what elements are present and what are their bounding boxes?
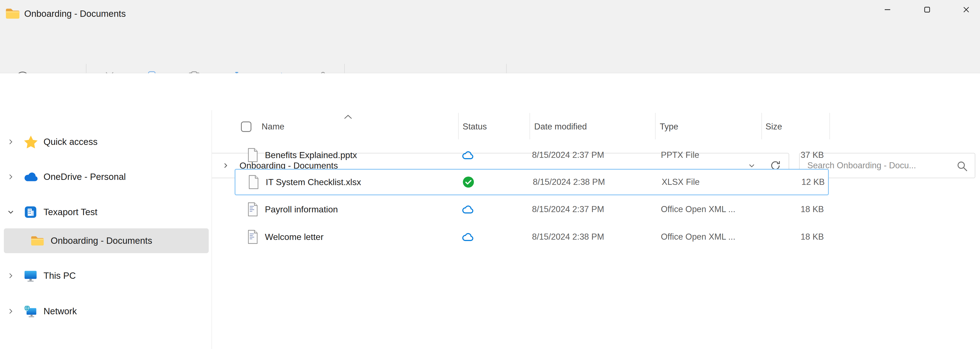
file-size: 18 KB (718, 204, 824, 214)
file-blank-icon (247, 148, 259, 163)
column-header-name[interactable]: Name (262, 121, 285, 133)
file-date-modified: 8/15/2024 2:37 PM (532, 150, 604, 160)
file-row-benefits-explained[interactable]: Benefits Explained.pptx 8/15/2024 2:37 P… (235, 142, 829, 168)
column-header-date-modified[interactable]: Date modified (534, 121, 587, 133)
file-date-modified: 8/15/2024 2:37 PM (532, 204, 604, 214)
file-blank-icon (248, 175, 260, 190)
cloud-outline-icon (461, 150, 475, 160)
file-row-payroll-information[interactable]: Payroll information 8/15/2024 2:37 PM Of… (235, 196, 829, 223)
check-circle-icon (462, 176, 474, 188)
file-size: 12 KB (719, 177, 825, 187)
select-all-checkbox[interactable] (241, 121, 251, 132)
file-lines-icon (247, 202, 259, 217)
file-name: IT System Checklist.xlsx (266, 177, 361, 187)
column-header-status[interactable]: Status (463, 121, 487, 133)
column-divider[interactable] (829, 113, 830, 139)
file-name: Benefits Explained.pptx (265, 150, 357, 160)
chevron-up-icon (344, 114, 353, 120)
cloud-outline-icon (461, 232, 475, 242)
column-divider[interactable] (458, 113, 459, 139)
file-date-modified: 8/15/2024 2:38 PM (533, 177, 605, 187)
column-divider[interactable] (761, 113, 762, 139)
file-explorer-window: Onboarding - Documents New (0, 0, 980, 349)
file-lines-icon (247, 229, 259, 244)
file-size: 18 KB (718, 232, 824, 242)
column-header-size[interactable]: Size (765, 121, 782, 133)
cloud-outline-icon (461, 204, 475, 215)
file-list: Name Status Date modified Type Size Bene… (0, 0, 980, 349)
file-type: XLSX File (662, 177, 700, 187)
file-date-modified: 8/15/2024 2:38 PM (532, 232, 604, 242)
file-size: 37 KB (718, 150, 824, 160)
column-divider[interactable] (655, 113, 655, 139)
column-divider[interactable] (530, 113, 530, 139)
file-type: PPTX File (661, 150, 699, 160)
column-header-type[interactable]: Type (660, 121, 678, 133)
file-name: Payroll information (265, 204, 338, 215)
file-row-it-system-checklist[interactable]: IT System Checklist.xlsx 8/15/2024 2:38 … (235, 169, 829, 195)
file-row-welcome-letter[interactable]: Welcome letter 8/15/2024 2:38 PM Office … (235, 224, 829, 250)
file-name: Welcome letter (265, 232, 323, 242)
